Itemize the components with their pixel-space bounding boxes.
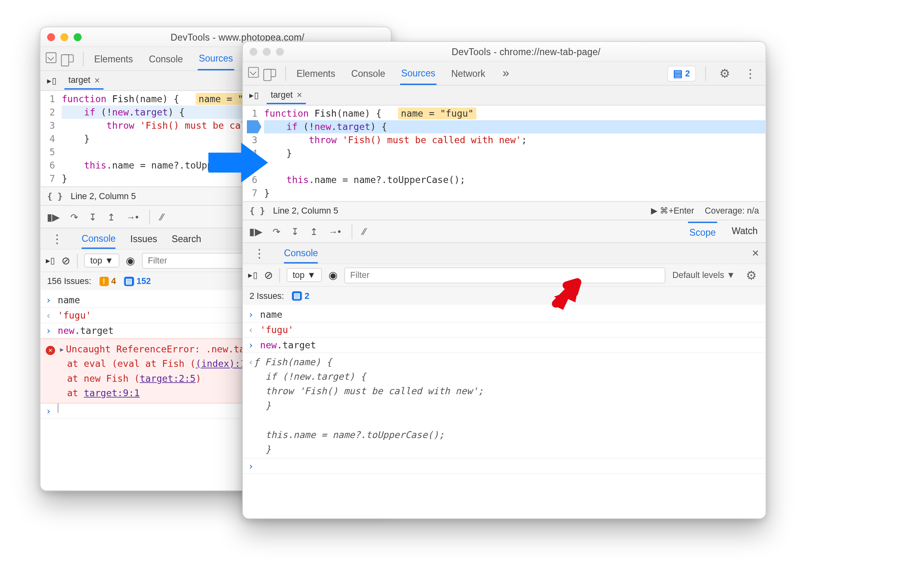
drawer-tab-console[interactable]: Console <box>82 228 116 249</box>
cursor-position: Line 2, Column 5 <box>71 191 136 201</box>
tab-elements[interactable]: Elements <box>93 48 134 70</box>
tab-console[interactable]: Console <box>350 63 386 84</box>
step-button[interactable]: →• <box>126 212 139 222</box>
message-count-badge[interactable]: ▤2 <box>667 66 696 82</box>
file-tab-target[interactable]: target × <box>267 86 306 104</box>
file-tab-row: ▸▯ target × <box>243 86 766 106</box>
issues-text: 2 Issues: <box>249 291 284 301</box>
issues-info-count[interactable]: ▤152 <box>124 276 151 286</box>
panel-toolbar: Elements Console Sources Network » ▤2 ⚙ … <box>243 62 766 85</box>
main-menu-icon[interactable]: ⋮ <box>740 66 760 80</box>
debugger-controls: ▮▶ ↷ ↧ ↥ →• ⁄⁄ Scope Watch <box>243 220 766 242</box>
step-out-button[interactable]: ↥ <box>310 226 318 237</box>
console-filter-bar: ▸▯ ⊘ top ▼ ◉ Default levels ▼ ⚙ <box>243 263 766 286</box>
traffic-lights <box>47 33 82 41</box>
step-into-button[interactable]: ↧ <box>291 226 299 237</box>
drawer-tab-console[interactable]: Console <box>284 243 318 263</box>
file-tab-label: target <box>68 75 90 85</box>
console-output[interactable]: ›name‹'fugu'›new.target‹ƒ Fish(name) { i… <box>243 304 766 476</box>
inspect-icon[interactable] <box>46 52 56 65</box>
scope-tab[interactable]: Scope <box>688 221 717 241</box>
cursor-position: Line 2, Column 5 <box>273 206 338 216</box>
step-over-button[interactable]: ↷ <box>273 226 281 237</box>
tab-network[interactable]: Network <box>450 63 487 84</box>
context-selector[interactable]: top ▼ <box>84 253 119 267</box>
clear-console-icon[interactable]: ⊘ <box>62 254 70 267</box>
console-filter-input[interactable] <box>344 267 665 283</box>
inspect-icon[interactable] <box>248 67 259 80</box>
window-title: DevTools - www.photopea.com/ <box>91 31 384 42</box>
titlebar[interactable]: DevTools - chrome://new-tab-page/ <box>243 42 766 62</box>
live-expression-icon[interactable]: ◉ <box>126 254 135 267</box>
drawer-tab-search[interactable]: Search <box>172 229 201 248</box>
close-drawer-icon[interactable]: × <box>752 246 759 260</box>
pretty-print-icon[interactable]: { } <box>249 206 265 216</box>
code-editor[interactable]: 1234567 function Fish(name) { name = "fu… <box>243 105 766 201</box>
panel-tabs: Elements Console Sources Network » <box>295 62 512 84</box>
close-window-button[interactable] <box>47 33 55 41</box>
drawer-tabs: ⋮ Console × <box>243 242 766 263</box>
drawer-tab-issues[interactable]: Issues <box>130 229 157 248</box>
log-levels-selector[interactable]: Default levels ▼ <box>672 270 735 280</box>
live-expression-icon[interactable]: ◉ <box>329 269 338 281</box>
close-file-icon[interactable]: × <box>94 75 100 85</box>
sidebar-toggle-icon[interactable]: ▸▯ <box>248 270 257 280</box>
console-settings-icon[interactable]: ⚙ <box>742 268 760 282</box>
tab-elements[interactable]: Elements <box>295 63 337 84</box>
issues-info-count[interactable]: ▤2 <box>292 291 309 301</box>
window-title: DevTools - chrome://new-tab-page/ <box>293 46 759 57</box>
step-button[interactable]: →• <box>329 226 341 237</box>
traffic-lights <box>249 47 284 56</box>
issues-bar[interactable]: 2 Issues: ▤2 <box>243 286 766 304</box>
source-footer: { } Line 2, Column 5 ▶ ⌘+Enter Coverage:… <box>243 201 766 220</box>
devtools-window-after: DevTools - chrome://new-tab-page/ Elemen… <box>242 41 766 519</box>
minimize-window-button[interactable] <box>263 47 271 56</box>
run-snippet-hint[interactable]: ▶ ⌘+Enter <box>651 206 694 216</box>
deactivate-breakpoints-button[interactable]: ⁄⁄ <box>363 226 366 237</box>
maximize-window-button[interactable] <box>276 47 284 56</box>
tab-console[interactable]: Console <box>148 48 184 70</box>
context-selector[interactable]: top ▼ <box>287 268 322 282</box>
drawer-menu-icon[interactable]: ⋮ <box>47 231 67 246</box>
close-file-icon[interactable]: × <box>297 89 302 100</box>
file-tab-target[interactable]: target × <box>64 72 104 89</box>
clear-console-icon[interactable]: ⊘ <box>264 269 273 281</box>
close-window-button[interactable] <box>249 47 257 56</box>
file-tab-label: target <box>271 90 293 100</box>
minimize-window-button[interactable] <box>60 33 68 41</box>
line-gutter: 1234567 <box>41 91 59 187</box>
device-toggle-icon[interactable] <box>63 53 74 64</box>
resume-button[interactable]: ▮▶ <box>47 212 60 222</box>
nav-toggle-icon[interactable]: ▸▯ <box>247 90 261 100</box>
step-out-button[interactable]: ↥ <box>107 212 115 222</box>
coverage-label[interactable]: Coverage: n/a <box>705 206 759 216</box>
issues-text: 156 Issues: <box>47 276 91 286</box>
more-tabs-icon[interactable]: » <box>500 66 512 80</box>
watch-tab[interactable]: Watch <box>730 221 759 241</box>
drawer-menu-icon[interactable]: ⋮ <box>249 246 269 260</box>
sidebar-toggle-icon[interactable]: ▸▯ <box>46 255 55 265</box>
highlight-arrow-icon <box>545 278 585 317</box>
tab-sources[interactable]: Sources <box>197 47 234 70</box>
issues-warn-count[interactable]: !4 <box>99 276 116 286</box>
tab-sources[interactable]: Sources <box>400 62 437 84</box>
resume-button[interactable]: ▮▶ <box>249 226 262 237</box>
step-into-button[interactable]: ↧ <box>89 212 97 222</box>
deactivate-breakpoints-button[interactable]: ⁄⁄ <box>160 212 164 222</box>
pretty-print-icon[interactable]: { } <box>47 191 63 201</box>
device-toggle-icon[interactable] <box>265 68 276 78</box>
nav-toggle-icon[interactable]: ▸▯ <box>45 76 59 86</box>
maximize-window-button[interactable] <box>74 33 82 41</box>
panel-tabs: Elements Console Sources » <box>93 47 259 70</box>
step-over-button[interactable]: ↷ <box>70 212 78 222</box>
settings-icon[interactable]: ⚙ <box>715 66 734 80</box>
